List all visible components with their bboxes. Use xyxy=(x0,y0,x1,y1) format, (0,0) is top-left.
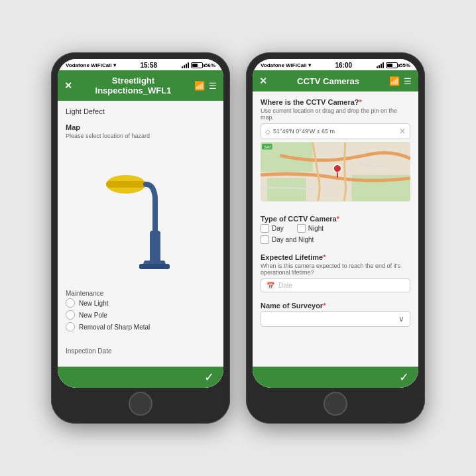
footer-1: ✓ xyxy=(58,367,223,388)
expected-lifetime-section: Expected Lifetime* When is this camera e… xyxy=(261,253,410,292)
time-1: 15:58 xyxy=(140,62,157,69)
date-placeholder: Date xyxy=(278,282,292,289)
location-diamond-icon: ◇ xyxy=(265,128,270,135)
map-svg: SAT xyxy=(261,142,410,202)
menu-icon-2[interactable]: ☰ xyxy=(404,76,412,86)
date-field[interactable]: 📅 Date xyxy=(261,278,410,292)
expected-lifetime-label: Expected Lifetime* xyxy=(261,253,410,261)
home-button-1[interactable] xyxy=(129,392,152,416)
location-section: Where is the CCTV Camera?* Use current l… xyxy=(261,98,410,206)
radio-label-1: New Light xyxy=(79,300,108,307)
expected-lifetime-sublabel: When is this camera expected to reach th… xyxy=(261,263,410,276)
checkbox-box-day-night[interactable] xyxy=(261,235,269,244)
signal-icon-1 xyxy=(182,62,189,68)
header-title-1: Streetlight Inspections_WFL1 xyxy=(78,76,189,95)
camera-type-label: Type of CCTV Camera* xyxy=(261,215,410,223)
surveyor-dropdown[interactable]: ∨ xyxy=(261,311,410,327)
checkbox-day[interactable]: Day xyxy=(261,224,284,233)
location-coords: 51°49'N 0°49'W ± 65 m xyxy=(273,128,396,135)
battery-text-1: 56% xyxy=(205,62,215,68)
signal-icon-2 xyxy=(377,62,384,68)
location-sublabel: Use current location or drag and drop th… xyxy=(261,107,410,121)
svg-text:SAT: SAT xyxy=(264,145,271,149)
map-label: Map xyxy=(66,123,215,131)
radio-new-pole[interactable]: New Pole xyxy=(66,310,215,320)
wifi-icon-1: ▾ xyxy=(113,62,116,68)
home-button-2[interactable] xyxy=(324,392,347,416)
radio-circle-1[interactable] xyxy=(66,298,75,308)
checkbox-label-day: Day xyxy=(272,225,284,232)
svg-rect-4 xyxy=(139,264,170,269)
map-section: Map Please select location of hazard xyxy=(66,123,215,139)
checkbox-box-day[interactable] xyxy=(261,224,269,233)
close-button-1[interactable]: ✕ xyxy=(64,80,72,91)
checkbox-box-night[interactable] xyxy=(297,224,306,233)
svg-rect-8 xyxy=(267,178,306,201)
radio-circle-3[interactable] xyxy=(66,322,75,331)
radio-label-2: New Pole xyxy=(79,312,107,319)
radio-new-light[interactable]: New Light xyxy=(66,298,215,308)
map-sublabel: Please select location of hazard xyxy=(66,133,215,139)
content-1: Light Defect Map Please select location … xyxy=(58,101,223,388)
camera-type-section: Type of CCTV Camera* Day Night xyxy=(261,215,410,244)
status-bar-2: Vodafone WiFiCall ▾ 16:00 55% xyxy=(253,59,418,70)
time-2: 16:00 xyxy=(335,62,352,69)
inspection-date-label: Inspection Date xyxy=(66,347,215,355)
header-title-2: CCTV Cameras xyxy=(272,76,384,86)
footer-2: ✓ xyxy=(253,367,418,388)
streetlight-illustration xyxy=(66,150,215,284)
svg-point-9 xyxy=(333,164,341,172)
map-container[interactable]: SAT xyxy=(261,142,410,202)
app-header-1: ✕ Streetlight Inspections_WFL1 📶 ☰ xyxy=(58,70,223,101)
signal-header-icon-1: 📶 xyxy=(194,81,205,91)
map-overlay: SAT xyxy=(261,142,410,202)
battery-icon-2 xyxy=(386,62,398,68)
radio-sharp-metal[interactable]: Removal of Sharp Metal xyxy=(66,322,215,331)
inspection-date-section: Inspection Date xyxy=(66,345,215,355)
maintenance-label: Maintenance xyxy=(66,290,215,297)
battery-icon-1 xyxy=(191,62,203,68)
battery-text-2: 55% xyxy=(400,62,410,68)
streetlight-svg xyxy=(101,164,180,270)
location-clear-icon[interactable]: ✕ xyxy=(399,127,406,136)
wifi-icon-2: ▾ xyxy=(308,62,311,68)
checkbox-label-night: Night xyxy=(308,225,324,232)
content-2: Where is the CCTV Camera?* Use current l… xyxy=(253,91,418,388)
close-button-2[interactable]: ✕ xyxy=(259,76,267,86)
location-row[interactable]: ◇ 51°49'N 0°49'W ± 65 m ✕ xyxy=(261,123,410,139)
carrier-2: Vodafone WiFiCall xyxy=(261,62,307,68)
dropdown-arrow-icon: ∨ xyxy=(398,314,404,324)
light-defect-label: Light Defect xyxy=(66,107,215,115)
phone-streetlight: Vodafone WiFiCall ▾ 15:58 56% xyxy=(51,52,230,424)
checkbox-label-day-night: Day and Night xyxy=(272,236,314,243)
submit-checkmark-2[interactable]: ✓ xyxy=(399,370,409,385)
surveyor-label: Name of Surveyor* xyxy=(261,302,410,310)
location-question: Where is the CCTV Camera?* xyxy=(261,98,410,106)
maintenance-section: Maintenance New Light New Pole Removal o… xyxy=(66,290,215,334)
menu-icon-1[interactable]: ☰ xyxy=(209,81,217,91)
checkbox-night[interactable]: Night xyxy=(297,224,324,233)
submit-checkmark-1[interactable]: ✓ xyxy=(204,370,214,385)
radio-circle-2[interactable] xyxy=(66,310,75,320)
checkbox-day-night[interactable]: Day and Night xyxy=(261,235,410,244)
app-header-2: ✕ CCTV Cameras 📶 ☰ xyxy=(253,70,418,91)
carrier-1: Vodafone WiFiCall xyxy=(66,62,112,68)
svg-rect-1 xyxy=(106,181,146,188)
camera-type-grid: Day Night Day and Night xyxy=(261,224,410,244)
radio-label-3: Removal of Sharp Metal xyxy=(79,324,150,331)
signal-header-icon-2: 📶 xyxy=(389,76,400,86)
surveyor-section: Name of Surveyor* ∨ xyxy=(261,302,410,327)
status-bar-1: Vodafone WiFiCall ▾ 15:58 56% xyxy=(58,59,223,70)
phone-cctv: Vodafone WiFiCall ▾ 16:00 55% xyxy=(246,52,425,424)
calendar-icon: 📅 xyxy=(267,282,274,289)
